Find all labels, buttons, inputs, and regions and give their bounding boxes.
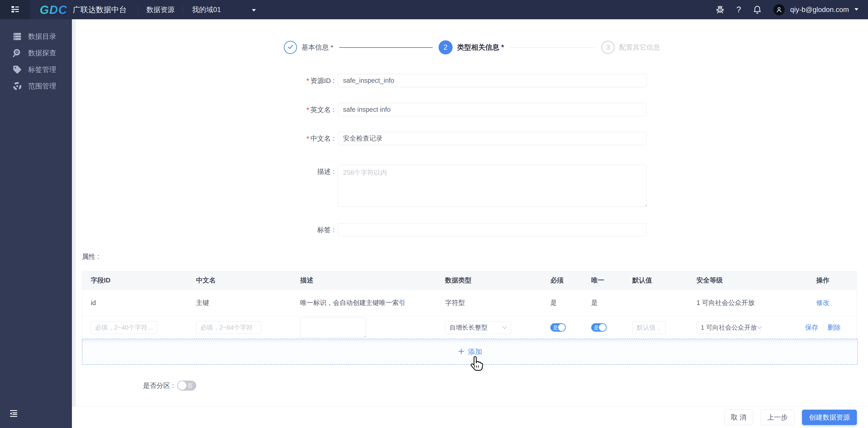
toggle-knob — [599, 324, 606, 331]
cell-field-id: id — [82, 299, 187, 307]
product-title: 广联达数据中台 — [73, 4, 127, 15]
field-label: *资源ID : — [204, 74, 335, 87]
step-2-number: 2 — [443, 43, 447, 52]
cell-unique: 是 — [583, 298, 624, 307]
chevron-down-icon[interactable] — [854, 7, 859, 12]
user-avatar[interactable] — [773, 4, 785, 15]
toggle-knob — [558, 324, 565, 331]
col-header-default: 默认值 — [624, 276, 688, 285]
step-1-circle[interactable] — [284, 41, 297, 54]
tag-icon — [12, 65, 22, 74]
step-2-label[interactable]: 类型相关信息 * — [457, 43, 504, 52]
edit-row-link[interactable]: 修改 — [816, 298, 830, 307]
edit-default-input[interactable] — [632, 321, 666, 334]
resource-id-input[interactable] — [338, 74, 647, 87]
sidebar-item-label: 标签管理 — [28, 65, 56, 74]
notification-bell-icon[interactable] — [751, 3, 764, 16]
add-attribute-button[interactable]: 添加 — [82, 339, 858, 365]
required-mark: * — [307, 106, 309, 113]
sidebar-item-data-catalog[interactable]: 数据目录 — [0, 28, 72, 45]
toggle-knob — [178, 381, 186, 390]
col-header-field-id: 字段ID — [82, 276, 187, 285]
edit-field-id-input[interactable] — [91, 321, 157, 334]
footer-action-bar: 取 消 上一步 创建数据资源 — [72, 406, 868, 428]
data-type-select-value: 自增长长整型 — [450, 323, 488, 332]
domain-selector[interactable]: 我的域01 — [192, 5, 256, 14]
step-3-number: 3 — [606, 43, 610, 51]
english-name-input[interactable] — [338, 103, 647, 116]
partition-label: 是否分区 : — [143, 381, 174, 391]
edit-data-type-select[interactable]: 自增长长整型 — [445, 321, 511, 334]
menu-grid-icon — [10, 4, 20, 15]
field-label: *中文名 : — [204, 132, 335, 145]
step-connector-done — [339, 47, 433, 48]
col-header-unique: 唯一 — [583, 276, 624, 285]
help-icon[interactable]: ? — [732, 3, 745, 16]
edit-unique-toggle[interactable]: 是 — [591, 323, 607, 332]
sidebar: 数据目录 数据探查 标 — [0, 19, 72, 428]
partition-row: 是否分区 : 否 — [143, 381, 196, 391]
user-email[interactable]: qiy-b@glodon.com — [790, 6, 849, 14]
attributes-section-label: 属性 : — [82, 252, 99, 261]
content-gutter — [72, 19, 76, 428]
col-header-cn-name: 中文名 — [187, 276, 291, 285]
cell-description: 唯一标识，会自动创建主键唯一索引 — [291, 298, 436, 307]
tags-input[interactable] — [338, 223, 647, 236]
edit-security-select[interactable]: 1 可向社会公众开放 — [696, 321, 760, 334]
cell-cn-name: 主键 — [187, 298, 291, 307]
sidebar-item-scope-management[interactable]: 范围管理 — [0, 78, 72, 94]
toggle-on-label: 是 — [594, 324, 599, 331]
wizard-stepper: 基本信息 * 2 类型相关信息 * 3 配置其它信息 — [76, 40, 868, 55]
step-1-label[interactable]: 基本信息 * — [302, 43, 333, 52]
nav-menu-button[interactable] — [0, 0, 30, 19]
step-3-circle[interactable]: 3 — [601, 41, 615, 54]
brand-logo: GDC — [40, 3, 67, 17]
col-header-description: 描述 — [291, 276, 436, 285]
sidebar-item-tag-management[interactable]: 标签管理 — [0, 61, 72, 78]
cancel-button[interactable]: 取 消 — [724, 409, 753, 425]
step-connector-pending — [510, 47, 595, 47]
col-header-data-type: 数据类型 — [436, 276, 542, 285]
previous-step-button[interactable]: 上一步 — [761, 409, 794, 425]
step-3-label[interactable]: 配置其它信息 — [619, 43, 660, 52]
attributes-table: 字段ID 中文名 描述 数据类型 必须 唯一 默认值 安全等级 操作 id 主键… — [82, 271, 857, 339]
plus-icon — [458, 348, 465, 356]
form-row-resource-id: *资源ID : — [204, 74, 647, 87]
create-data-resource-button[interactable]: 创建数据资源 — [802, 409, 857, 425]
sidebar-collapse-icon[interactable] — [9, 408, 19, 419]
field-label: 描述 : — [204, 165, 335, 178]
topbar-menu-data-resource[interactable]: 数据资源 — [147, 5, 175, 14]
required-mark: * — [307, 77, 309, 84]
sidebar-item-label: 数据目录 — [28, 32, 56, 41]
toggle-off-label: 否 — [187, 382, 193, 390]
save-row-link[interactable]: 保存 — [805, 323, 818, 332]
action-divider — [823, 324, 823, 331]
description-textarea[interactable] — [338, 165, 647, 207]
step-2-circle[interactable]: 2 — [438, 40, 453, 55]
domain-selector-value: 我的域01 — [192, 5, 221, 14]
check-icon — [286, 43, 294, 52]
chevron-down-icon — [251, 6, 256, 14]
sidebar-item-label: 范围管理 — [28, 81, 56, 91]
sidebar-item-label: 数据探查 — [28, 48, 56, 58]
database-icon — [12, 32, 22, 41]
field-label: *英文名 : — [204, 103, 335, 116]
partition-toggle[interactable]: 否 — [177, 381, 196, 391]
delete-row-link[interactable]: 删除 — [828, 323, 841, 332]
table-header-row: 字段ID 中文名 描述 数据类型 必须 唯一 默认值 安全等级 操作 — [82, 271, 857, 290]
form-row-cn-name: *中文名 : — [204, 132, 647, 145]
edit-required-toggle[interactable]: 是 — [550, 323, 566, 332]
topbar-right: ? qiy-b@glodon.com — [708, 3, 868, 16]
edit-description-textarea[interactable] — [300, 318, 366, 337]
chevron-down-icon — [502, 324, 507, 331]
edit-cn-name-input[interactable] — [196, 321, 261, 334]
bug-report-icon[interactable] — [713, 3, 727, 16]
chinese-name-input[interactable] — [338, 132, 647, 145]
sidebar-item-data-explore[interactable]: 数据探查 — [0, 45, 72, 61]
app-root: GDC 广联达数据中台 数据资源 我的域01 ? — [0, 0, 868, 428]
table-edit-row: 自增长长整型 是 是 — [82, 316, 857, 339]
form-row-description: 描述 : — [204, 165, 647, 208]
cell-security: 1 可向社会公众开放 — [688, 298, 789, 307]
chevron-down-icon — [757, 324, 762, 331]
cell-required: 是 — [542, 298, 583, 307]
